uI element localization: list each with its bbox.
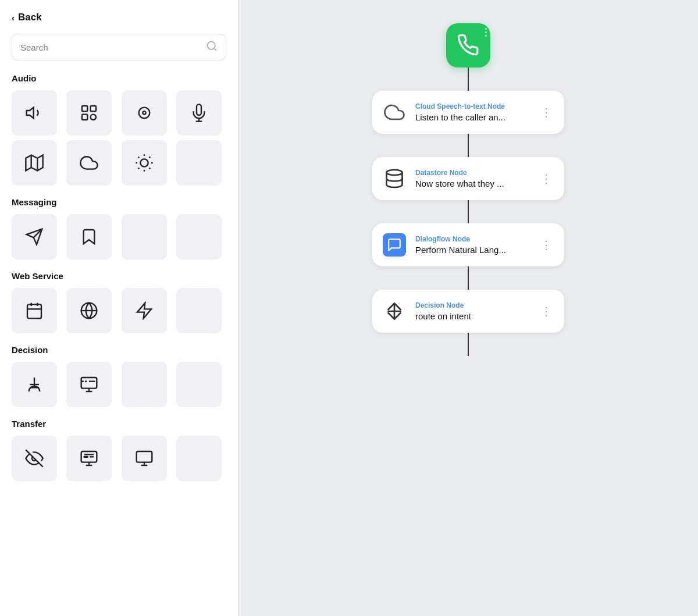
- start-node[interactable]: [446, 23, 490, 67]
- datastore-content: Datastore Node Now store what they ...: [415, 169, 530, 188]
- datastore-icon: [382, 166, 407, 191]
- cloud-speech-icon: [382, 99, 407, 125]
- webservice-empty-tile: [176, 288, 222, 333]
- connector-2: [468, 200, 469, 223]
- calendar-tile[interactable]: [12, 288, 57, 333]
- microphone-tile[interactable]: [176, 90, 222, 136]
- svg-marker-11: [26, 155, 42, 171]
- search-icon: [206, 40, 218, 54]
- datastore-node[interactable]: Datastore Node Now store what they ... ⋮: [372, 157, 564, 200]
- decision-content: Decision Node route on intent: [415, 301, 530, 321]
- svg-rect-35: [81, 378, 97, 389]
- dialogflow-content: Dialogflow Node Perform Natural Lang...: [415, 235, 530, 255]
- svg-line-1: [214, 48, 216, 51]
- eye-off-tile[interactable]: [12, 436, 57, 481]
- connector-4: [468, 333, 469, 356]
- server-monitor-tile[interactable]: [66, 362, 112, 407]
- svg-point-6: [91, 115, 96, 120]
- cloud-speech-desc: Listen to the caller an...: [415, 112, 530, 122]
- svg-point-14: [140, 159, 148, 166]
- connector-1: [468, 134, 469, 157]
- svg-rect-48: [136, 451, 152, 462]
- globe-tile[interactable]: [66, 288, 112, 333]
- map-tile[interactable]: [12, 140, 57, 186]
- dialogflow-icon: [382, 232, 407, 258]
- flow-container: Cloud Speech-to-text Node Listen to the …: [238, 0, 698, 356]
- svg-marker-2: [27, 108, 34, 119]
- connector-0: [468, 67, 469, 91]
- dialogflow-menu[interactable]: ⋮: [538, 236, 555, 254]
- svg-line-18: [149, 168, 150, 169]
- bolt-tile[interactable]: [122, 288, 167, 333]
- connector-3: [468, 266, 469, 290]
- back-button[interactable]: ‹ Back: [12, 12, 226, 23]
- webservice-grid: [12, 288, 226, 333]
- send-tile[interactable]: [12, 214, 57, 259]
- decision-node[interactable]: Decision Node route on intent ⋮: [372, 290, 564, 333]
- decision-node-icon: [382, 298, 407, 324]
- cloud-speech-type: Cloud Speech-to-text Node: [415, 102, 530, 111]
- svg-rect-4: [91, 106, 96, 111]
- decision-menu[interactable]: ⋮: [538, 302, 555, 321]
- transfer-grid: [12, 436, 226, 481]
- messaging-empty-tile-1: [122, 214, 167, 259]
- dialogflow-type: Dialogflow Node: [415, 235, 530, 243]
- svg-line-21: [138, 168, 139, 169]
- back-chevron-icon: ‹: [12, 13, 15, 23]
- monitor-tile[interactable]: [122, 436, 167, 481]
- cloud-tile[interactable]: [66, 140, 112, 186]
- display-tile[interactable]: [66, 436, 112, 481]
- flow-canvas: Cloud Speech-to-text Node Listen to the …: [238, 0, 698, 616]
- datastore-menu[interactable]: ⋮: [538, 169, 555, 188]
- decision-empty-tile-1: [122, 362, 167, 407]
- bookmark-tile[interactable]: [66, 214, 112, 259]
- cloud-speech-node[interactable]: Cloud Speech-to-text Node Listen to the …: [372, 91, 564, 134]
- decision-type: Decision Node: [415, 301, 530, 309]
- audio-settings-tile[interactable]: [66, 90, 112, 136]
- svg-line-22: [149, 157, 150, 158]
- svg-point-8: [143, 111, 145, 114]
- audio-empty-tile: [176, 140, 222, 186]
- svg-rect-3: [82, 106, 87, 111]
- decision-desc: route on intent: [415, 311, 530, 321]
- category-webservice-label: Web Service: [12, 271, 226, 281]
- svg-rect-25: [27, 304, 41, 318]
- datastore-desc: Now store what they ...: [415, 179, 530, 188]
- svg-rect-5: [82, 115, 87, 120]
- split-tile[interactable]: [12, 362, 57, 407]
- svg-marker-31: [137, 303, 151, 319]
- decision-empty-tile-2: [176, 362, 222, 407]
- messaging-grid: [12, 214, 226, 259]
- back-label: Back: [18, 12, 42, 23]
- svg-line-17: [138, 157, 139, 158]
- record-tile[interactable]: [122, 90, 167, 136]
- sidebar: ‹ Back Audio: [0, 0, 238, 616]
- category-decision-label: Decision: [12, 345, 226, 355]
- search-input[interactable]: [20, 42, 206, 52]
- audio-grid: [12, 90, 226, 186]
- dialogflow-desc: Perform Natural Lang...: [415, 245, 530, 255]
- category-transfer-label: Transfer: [12, 419, 226, 429]
- start-node-dots: [485, 28, 487, 37]
- sun-settings-tile[interactable]: [122, 140, 167, 186]
- category-audio-label: Audio: [12, 73, 226, 83]
- search-box: [12, 34, 226, 60]
- category-messaging-label: Messaging: [12, 197, 226, 207]
- transfer-empty-tile: [176, 436, 222, 481]
- volume-tile[interactable]: [12, 90, 57, 136]
- dialogflow-node[interactable]: Dialogflow Node Perform Natural Lang... …: [372, 223, 564, 266]
- svg-point-49: [387, 170, 403, 175]
- datastore-type: Datastore Node: [415, 169, 530, 177]
- decision-grid: [12, 362, 226, 407]
- cloud-speech-content: Cloud Speech-to-text Node Listen to the …: [415, 102, 530, 122]
- cloud-speech-menu[interactable]: ⋮: [538, 103, 555, 122]
- svg-point-7: [138, 108, 149, 119]
- messaging-empty-tile-2: [176, 214, 222, 259]
